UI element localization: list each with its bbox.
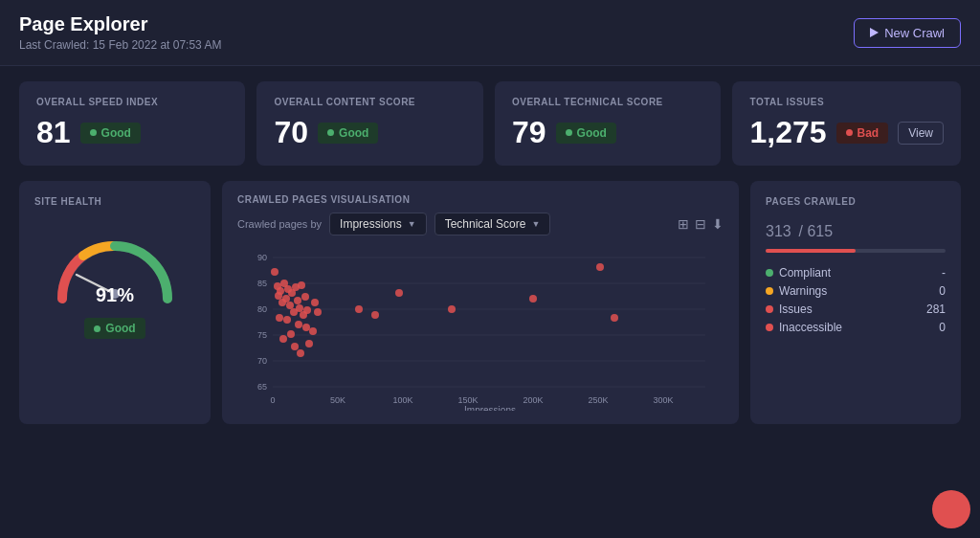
content-score-value-row: 70 Good (274, 115, 465, 150)
svg-point-39 (271, 268, 278, 276)
svg-point-47 (297, 349, 304, 357)
technical-score-badge: Good (556, 123, 616, 144)
svg-point-58 (611, 314, 618, 322)
svg-text:75: 75 (257, 330, 267, 340)
svg-text:65: 65 (257, 382, 267, 392)
content-score-label: OVERALL CONTENT SCORE (274, 97, 465, 107)
warnings-count: 0 (939, 284, 946, 298)
technical-score-dropdown-label: Technical Score (445, 217, 526, 231)
svg-text:150K: 150K (457, 395, 478, 405)
bottom-row: SITE HEALTH 91% (19, 181, 961, 424)
site-health-badge-dot (94, 325, 100, 332)
svg-point-52 (355, 305, 363, 313)
speed-index-label: OVERALL SPEED INDEX (36, 97, 228, 107)
header: Page Explorer Last Crawled: 15 Feb 2022 … (0, 0, 980, 66)
svg-point-51 (314, 308, 322, 316)
warnings-label: Warnings (779, 284, 827, 298)
technical-score-badge-label: Good (577, 126, 607, 140)
compliant-dot (766, 269, 773, 277)
technical-score-dropdown[interactable]: Technical Score ▼ (434, 213, 551, 235)
chart-expand-button[interactable]: ⊞ (678, 216, 689, 232)
impressions-dropdown-arrow: ▼ (408, 219, 416, 229)
svg-text:100K: 100K (392, 395, 412, 405)
svg-point-49 (309, 327, 317, 335)
issues-label: Issues (779, 303, 813, 316)
chart-download-button[interactable]: ⬇ (712, 216, 724, 232)
total-issues-view-button[interactable]: View (898, 122, 944, 145)
speed-index-badge-dot (90, 129, 97, 136)
gauge-container: 91% (48, 222, 182, 308)
speed-index-badge-label: Good (101, 126, 131, 140)
svg-point-29 (286, 302, 294, 309)
svg-point-34 (296, 304, 303, 312)
speed-index-value-row: 81 Good (36, 115, 228, 150)
content-score-value: 70 (274, 115, 308, 150)
chart-grid-button[interactable]: ⊟ (695, 216, 706, 232)
technical-score-label: OVERALL TECHNICAL SCORE (512, 97, 703, 107)
legend-warnings: Warnings 0 (766, 284, 946, 298)
total-issues-badge-dot (846, 129, 853, 136)
svg-text:250K: 250K (588, 395, 608, 405)
content-score-badge-dot (327, 129, 334, 136)
content-score-card: OVERALL CONTENT SCORE 70 Good (256, 81, 482, 166)
metric-cards-row: OVERALL SPEED INDEX 81 Good OVERALL CONT… (19, 81, 961, 166)
technical-score-badge-dot (566, 129, 572, 136)
technical-score-value-row: 79 Good (512, 115, 703, 150)
new-crawl-button[interactable]: New Crawl (854, 18, 961, 48)
svg-text:50K: 50K (330, 395, 345, 405)
scatter-svg: 90 85 80 75 70 65 0 50K 100K (237, 243, 724, 411)
svg-text:300K: 300K (653, 395, 673, 405)
svg-point-42 (295, 321, 302, 328)
content-score-badge-label: Good (339, 126, 368, 140)
crawled-progress-bar (766, 249, 946, 253)
svg-point-46 (291, 343, 299, 350)
issues-dot (766, 305, 773, 313)
avatar[interactable] (932, 490, 970, 528)
compliant-count: - (942, 266, 946, 280)
svg-point-38 (303, 306, 311, 314)
play-icon (870, 28, 879, 37)
svg-point-33 (294, 297, 301, 304)
crawled-progress-fill (766, 249, 856, 253)
speed-index-card: OVERALL SPEED INDEX 81 Good (19, 81, 245, 166)
svg-point-56 (529, 295, 537, 303)
legend-compliant: Compliant - (766, 266, 946, 280)
gauge-percent: 91% (96, 284, 134, 306)
svg-text:85: 85 (257, 279, 267, 288)
svg-point-55 (448, 305, 456, 313)
svg-text:90: 90 (257, 253, 267, 262)
compliant-label: Compliant (779, 266, 831, 280)
svg-point-40 (276, 314, 283, 322)
total-issues-value: 1,275 (749, 115, 826, 150)
svg-text:0: 0 (270, 395, 275, 405)
technical-score-card: OVERALL TECHNICAL SCORE 79 Good (495, 81, 721, 166)
crawled-count: 313 (766, 223, 791, 239)
site-health-card: SITE HEALTH 91% (19, 181, 211, 424)
impressions-dropdown-label: Impressions (340, 217, 402, 231)
site-health-badge-label: Good (105, 322, 135, 335)
total-issues-badge-label: Bad (858, 126, 880, 140)
pages-crawled-card: PAGES CRAWLED 313 / 615 Compliant - Warn (750, 181, 961, 424)
crawled-by-label: Crawled pages by (237, 218, 322, 230)
svg-text:80: 80 (257, 304, 267, 314)
crawled-viz-title: CRAWLED PAGES VISUALISATION (237, 194, 724, 205)
svg-point-54 (395, 289, 403, 297)
header-left: Page Explorer Last Crawled: 15 Feb 2022 … (19, 13, 221, 52)
svg-point-45 (279, 335, 287, 343)
legend-inaccessible: Inaccessible 0 (766, 321, 946, 334)
svg-point-43 (302, 324, 310, 331)
new-crawl-label: New Crawl (884, 26, 945, 40)
inaccessible-dot (766, 324, 773, 331)
svg-point-53 (371, 311, 379, 319)
warnings-dot (766, 287, 773, 295)
crawled-controls: Crawled pages by Impressions ▼ Technical… (237, 213, 724, 235)
crawled-total: / 615 (798, 223, 833, 239)
svg-text:70: 70 (257, 356, 267, 366)
total-issues-label: TOTAL ISSUES (749, 97, 944, 107)
impressions-dropdown[interactable]: Impressions ▼ (329, 213, 427, 235)
site-health-badge: Good (84, 318, 145, 339)
svg-point-24 (275, 292, 282, 300)
svg-point-41 (283, 316, 291, 324)
speed-index-value: 81 (36, 115, 71, 150)
page-title: Page Explorer (19, 13, 221, 35)
